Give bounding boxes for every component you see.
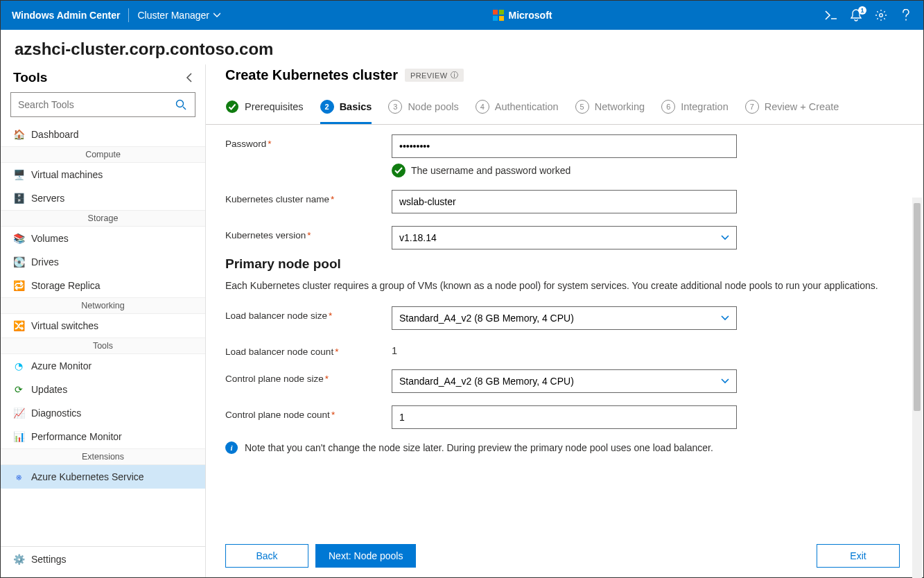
nav-diagnostics[interactable]: 📈Diagnostics bbox=[1, 401, 205, 425]
required-mark: * bbox=[329, 310, 332, 321]
step-networking[interactable]: 5Networking bbox=[575, 93, 645, 124]
required-mark: * bbox=[325, 374, 329, 384]
collapse-sidebar-icon[interactable] bbox=[186, 73, 193, 82]
success-check-icon bbox=[392, 164, 406, 177]
notifications-icon[interactable]: 1 bbox=[850, 9, 862, 21]
nav-volumes[interactable]: 📚Volumes bbox=[1, 227, 205, 250]
node-size-note: i Note that you can't change the node si… bbox=[225, 441, 904, 454]
monitor-icon: ◔ bbox=[13, 360, 24, 371]
nav-label: Performance Monitor bbox=[31, 431, 122, 442]
nav-settings[interactable]: ⚙️ Settings bbox=[1, 546, 205, 572]
wizard-footer: Back Next: Node pools Exit bbox=[206, 534, 923, 577]
exit-button[interactable]: Exit bbox=[817, 544, 900, 568]
step-authentication[interactable]: 4Authentication bbox=[476, 93, 559, 124]
help-icon[interactable] bbox=[900, 9, 912, 21]
switch-icon: 🔀 bbox=[13, 320, 24, 331]
k8s-version-label: Kubernetes version* bbox=[225, 226, 392, 240]
volumes-icon: 📚 bbox=[13, 233, 24, 244]
context-switcher[interactable]: Cluster Manager bbox=[137, 10, 220, 21]
row-password: Password* The username and password work… bbox=[225, 134, 904, 177]
section-primary-pool-desc: Each Kubernetes cluster requires a group… bbox=[225, 279, 904, 292]
row-lb-size: Load balancer node size* Standard_A4_v2 … bbox=[225, 306, 904, 330]
nav-virtual-switches[interactable]: 🔀Virtual switches bbox=[1, 314, 205, 338]
main: Create Kubernetes cluster PREVIEW ⓘ Prer… bbox=[206, 64, 923, 577]
cp-size-select[interactable]: Standard_A4_v2 (8 GB Memory, 4 CPU) bbox=[392, 369, 737, 393]
required-mark: * bbox=[268, 139, 271, 149]
server-icon: 🗄️ bbox=[13, 193, 24, 204]
nav-updates[interactable]: ⟳Updates bbox=[1, 378, 205, 401]
home-icon: 🏠 bbox=[13, 129, 24, 140]
group-tools: Tools bbox=[1, 338, 205, 354]
chevron-down-icon bbox=[721, 235, 729, 240]
topbar-actions: 1 bbox=[825, 9, 912, 21]
nav-aks[interactable]: ⎈Azure Kubernetes Service bbox=[1, 465, 205, 489]
check-icon bbox=[225, 100, 239, 114]
page-title: Create Kubernetes cluster bbox=[225, 67, 398, 83]
microsoft-logo-icon bbox=[493, 10, 504, 21]
replica-icon: 🔁 bbox=[13, 280, 24, 291]
nav-label: Servers bbox=[31, 193, 64, 204]
search-wrap bbox=[1, 92, 205, 123]
nav-label: Virtual switches bbox=[31, 320, 98, 331]
lb-size-select[interactable]: Standard_A4_v2 (8 GB Memory, 4 CPU) bbox=[392, 306, 737, 330]
diagnostics-icon: 📈 bbox=[13, 408, 24, 419]
cluster-name-input[interactable] bbox=[392, 190, 737, 213]
row-cp-count: Control plane node count* bbox=[225, 405, 904, 429]
nav-virtual-machines[interactable]: 🖥️Virtual machines bbox=[1, 163, 205, 186]
step-number: 7 bbox=[745, 100, 759, 114]
sidebar-nav: 🏠Dashboard Compute 🖥️Virtual machines 🗄️… bbox=[1, 123, 205, 546]
nav-label: Azure Kubernetes Service bbox=[31, 471, 144, 482]
preview-badge: PREVIEW ⓘ bbox=[405, 69, 464, 82]
search-input[interactable] bbox=[18, 99, 175, 110]
page-host-title: azshci-cluster.corp.contoso.com bbox=[1, 30, 923, 64]
perfmon-icon: 📊 bbox=[13, 431, 24, 442]
nav-label: Drives bbox=[31, 256, 59, 268]
password-input[interactable] bbox=[392, 134, 737, 158]
group-networking: Networking bbox=[1, 297, 205, 314]
scrollbar-thumb[interactable] bbox=[914, 203, 921, 411]
step-number: 6 bbox=[661, 100, 675, 114]
brand-label: Microsoft bbox=[508, 10, 552, 21]
group-extensions: Extensions bbox=[1, 448, 205, 465]
nav-performance-monitor[interactable]: 📊Performance Monitor bbox=[1, 425, 205, 448]
nav-servers[interactable]: 🗄️Servers bbox=[1, 186, 205, 210]
nav-drives[interactable]: 💽Drives bbox=[1, 250, 205, 274]
nav-label: Diagnostics bbox=[31, 408, 81, 419]
step-review-create[interactable]: 7Review + Create bbox=[745, 93, 839, 124]
nav-label: Azure Monitor bbox=[31, 360, 91, 371]
select-value: Standard_A4_v2 (8 GB Memory, 4 CPU) bbox=[399, 313, 574, 324]
step-label: Integration bbox=[681, 101, 729, 112]
info-icon: i bbox=[225, 441, 238, 454]
powershell-icon[interactable] bbox=[825, 9, 837, 21]
svg-point-1 bbox=[177, 100, 184, 107]
brand: Microsoft bbox=[493, 10, 552, 21]
cp-size-label: Control plane node size* bbox=[225, 369, 392, 384]
step-node-pools[interactable]: 3Node pools bbox=[388, 93, 458, 124]
next-button[interactable]: Next: Node pools bbox=[315, 544, 416, 568]
step-prerequisites[interactable]: Prerequisites bbox=[225, 93, 304, 124]
step-number: 2 bbox=[320, 100, 334, 114]
chevron-down-icon bbox=[721, 315, 729, 321]
k8s-version-select[interactable]: v1.18.14 bbox=[392, 226, 737, 249]
row-lb-count: Load balancer node count* 1 bbox=[225, 342, 904, 357]
nav-storage-replica[interactable]: 🔁Storage Replica bbox=[1, 274, 205, 297]
chevron-down-icon bbox=[213, 12, 220, 19]
nav-azure-monitor[interactable]: ◔Azure Monitor bbox=[1, 354, 205, 378]
required-mark: * bbox=[331, 194, 334, 204]
cp-count-input[interactable] bbox=[392, 405, 737, 429]
nav-label: Dashboard bbox=[31, 129, 79, 140]
settings-gear-icon[interactable] bbox=[875, 9, 887, 21]
back-button[interactable]: Back bbox=[225, 544, 308, 568]
svg-point-2 bbox=[226, 100, 238, 113]
step-integration[interactable]: 6Integration bbox=[661, 93, 729, 124]
app-name: Windows Admin Center bbox=[12, 10, 120, 21]
topbar-divider bbox=[128, 8, 129, 22]
row-cp-size: Control plane node size* Standard_A4_v2 … bbox=[225, 369, 904, 393]
nav-dashboard[interactable]: 🏠Dashboard bbox=[1, 123, 205, 146]
nav-label: Virtual machines bbox=[31, 169, 103, 180]
section-primary-pool-title: Primary node pool bbox=[225, 256, 904, 272]
vertical-scrollbar[interactable] bbox=[912, 198, 922, 578]
cluster-name-label: Kubernetes cluster name* bbox=[225, 190, 392, 204]
step-basics[interactable]: 2 Basics bbox=[320, 93, 372, 124]
search-tools[interactable] bbox=[10, 92, 195, 117]
